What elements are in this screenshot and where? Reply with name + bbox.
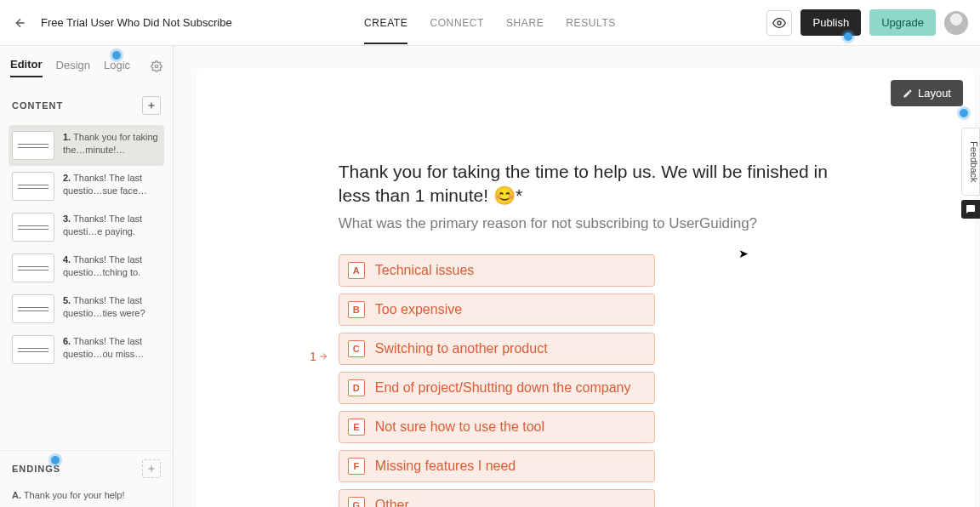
ending-item[interactable]: A. Thank you for your help! [0, 483, 173, 507]
main-nav: CREATE CONNECT SHARE RESULTS [364, 2, 616, 44]
choice-text[interactable]: Switching to another product [375, 341, 548, 356]
question-thumb [12, 294, 54, 323]
question-thumb [12, 172, 54, 201]
settings-button[interactable] [151, 60, 162, 76]
add-question-button[interactable] [142, 96, 161, 115]
question-editor: 1 Thank you for taking the time to help … [196, 68, 842, 507]
question-title[interactable]: Thank you for taking the time to help us… [339, 160, 842, 208]
choice-option[interactable]: ATechnical issues [339, 254, 655, 287]
canvas-wrapper: Layout 1 Thank you for taking the time t… [174, 46, 980, 507]
question-label: 1. Thank you for taking the…minute!… [63, 131, 161, 157]
pulse-indicator [112, 51, 121, 60]
question-thumb [12, 254, 54, 282]
sidebar: Editor Design Logic CONTENT 1. Thank you… [0, 46, 174, 507]
choice-text[interactable]: Missing features I need [375, 459, 516, 474]
question-item[interactable]: 1. Thank you for taking the…minute!… [9, 125, 164, 166]
choice-key: F [348, 458, 365, 475]
nav-share[interactable]: SHARE [506, 2, 544, 44]
add-ending-button[interactable] [142, 459, 161, 478]
question-item[interactable]: 2. Thanks! The last questio…sue face… [9, 166, 164, 207]
chat-icon [966, 204, 976, 214]
tab-editor[interactable]: Editor [10, 58, 43, 77]
content-label: CONTENT [12, 100, 63, 111]
sidebar-tabs: Editor Design Logic [0, 46, 173, 86]
question-label: 4. Thanks! The last questio…tching to. [63, 254, 161, 279]
question-label: 3. Thanks! The last questi…e paying. [63, 213, 161, 238]
layout-button-label: Layout [918, 87, 951, 100]
question-thumb [12, 213, 54, 242]
svg-point-1 [155, 65, 158, 68]
pulse-indicator [960, 109, 968, 117]
question-item[interactable]: 5. Thanks! The last questio…ties were? [9, 288, 164, 329]
avatar[interactable] [944, 11, 968, 35]
question-number: 1 [310, 164, 328, 507]
plus-icon [146, 464, 157, 474]
choice-text[interactable]: Too expensive [375, 302, 462, 317]
choice-option[interactable]: DEnd of project/Shutting down the compan… [339, 372, 655, 404]
nav-connect[interactable]: CONNECT [430, 2, 484, 44]
choice-text[interactable]: Other [375, 498, 409, 507]
pulse-indicator [51, 456, 60, 464]
main-area: Editor Design Logic CONTENT 1. Thank you… [0, 46, 980, 507]
upgrade-button[interactable]: Upgrade [869, 9, 936, 36]
endings-header: ENDINGS [0, 450, 173, 483]
question-item[interactable]: 4. Thanks! The last questio…tching to. [9, 248, 164, 288]
layout-button[interactable]: Layout [891, 80, 963, 106]
question-description[interactable]: What was the primary reason for not subs… [339, 215, 842, 232]
nav-create[interactable]: CREATE [364, 2, 407, 44]
arrow-left-icon [14, 16, 27, 30]
pulse-indicator [844, 32, 852, 41]
svg-point-0 [778, 21, 781, 25]
publish-button[interactable]: Publish [801, 9, 861, 36]
top-actions: Publish Upgrade [766, 9, 968, 36]
pencil-icon [903, 88, 913, 99]
feedback-tab[interactable]: Feedback [961, 128, 980, 196]
question-label: 2. Thanks! The last questio…sue face… [63, 172, 161, 197]
eye-icon [772, 16, 786, 30]
choice-option[interactable]: BToo expensive [339, 293, 655, 326]
choice-option[interactable]: FMissing features I need [339, 450, 655, 482]
choice-key: D [348, 379, 365, 396]
preview-button[interactable] [766, 10, 792, 36]
question-item[interactable]: 6. Thanks! The last questio…ou miss… [9, 329, 164, 370]
choice-option[interactable]: CSwitching to another product [339, 333, 655, 365]
tab-design[interactable]: Design [56, 59, 90, 77]
nav-results[interactable]: RESULTS [566, 2, 616, 44]
question-label: 6. Thanks! The last questio…ou miss… [63, 335, 161, 361]
choice-key: C [348, 340, 365, 357]
feedback-icon-button[interactable] [961, 200, 980, 219]
arrow-right-icon [318, 351, 328, 362]
choice-key: E [348, 419, 365, 436]
choice-key: B [348, 301, 365, 318]
choice-key: A [348, 262, 365, 279]
choice-text[interactable]: End of project/Shutting down the company [375, 380, 631, 396]
question-list: 1. Thank you for taking the…minute!… 2. … [0, 120, 173, 450]
form-title: Free Trial User Who Did Not Subscribe [41, 16, 232, 29]
endings-label: ENDINGS [12, 464, 60, 474]
choice-text[interactable]: Not sure how to use the tool [375, 419, 544, 435]
choice-option[interactable]: ENot sure how to use the tool [339, 411, 655, 443]
plus-icon [146, 100, 157, 111]
tab-logic[interactable]: Logic [104, 59, 130, 77]
choice-option[interactable]: GOther [339, 489, 655, 507]
question-thumb [12, 131, 54, 160]
choice-text[interactable]: Technical issues [375, 263, 475, 278]
back-button[interactable] [12, 14, 29, 31]
question-label: 5. Thanks! The last questio…ties were? [63, 294, 161, 320]
question-item[interactable]: 3. Thanks! The last questi…e paying. [9, 207, 164, 248]
canvas: Layout 1 Thank you for taking the time t… [196, 68, 975, 507]
top-bar: Free Trial User Who Did Not Subscribe CR… [0, 0, 980, 46]
choices-list: ATechnical issues BToo expensive CSwitch… [339, 254, 842, 507]
choice-key: G [348, 497, 365, 507]
cursor-icon: ➤ [738, 247, 749, 260]
content-header: CONTENT [0, 86, 173, 120]
gear-icon [151, 60, 162, 72]
question-thumb [12, 335, 54, 364]
